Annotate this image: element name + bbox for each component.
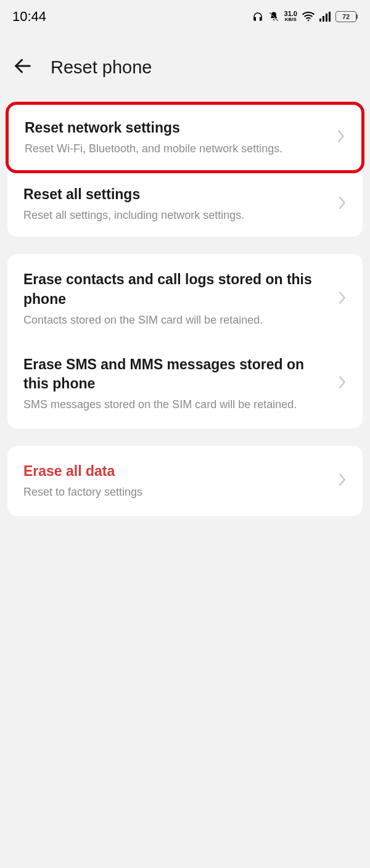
row-erase-sms[interactable]: Erase SMS and MMS messages stored on thi… — [7, 342, 363, 426]
svg-rect-5 — [329, 12, 331, 22]
row-subtitle: Reset to factory settings — [23, 485, 327, 500]
row-reset-all-settings[interactable]: Reset all settings Reset all settings, i… — [7, 171, 363, 237]
chevron-right-icon — [337, 129, 345, 145]
row-title: Reset network settings — [25, 118, 326, 137]
row-erase-all-data[interactable]: Erase all data Reset to factory settings — [7, 448, 363, 514]
settings-group-reset: Reset network settings Reset Wi-Fi, Blue… — [7, 102, 363, 237]
back-icon[interactable] — [12, 55, 33, 79]
chevron-right-icon — [338, 196, 347, 212]
headphones-icon — [252, 11, 263, 22]
battery-percentage: 72 — [342, 13, 350, 20]
settings-group-erase: Erase contacts and call logs stored on t… — [7, 254, 363, 428]
settings-group-erase-all: Erase all data Reset to factory settings — [7, 446, 363, 516]
row-title: Erase contacts and call logs stored on t… — [23, 270, 327, 308]
net-speed-indicator: 31.0 KB/S — [284, 10, 297, 23]
row-title: Erase all data — [23, 462, 327, 481]
row-subtitle: SMS messages stored on the SIM card will… — [23, 397, 327, 412]
battery-icon: 72 — [335, 11, 358, 22]
chevron-right-icon — [338, 473, 347, 489]
row-title: Reset all settings — [23, 185, 327, 204]
mute-icon — [268, 11, 279, 22]
signal-icon — [319, 12, 331, 22]
status-bar: 10:44 31.0 KB/S — [0, 0, 370, 31]
svg-rect-4 — [326, 14, 327, 22]
chevron-right-icon — [338, 375, 347, 391]
row-title: Erase SMS and MMS messages stored on thi… — [23, 355, 327, 393]
status-time: 10:44 — [12, 9, 46, 25]
svg-rect-2 — [319, 18, 321, 22]
chevron-right-icon — [338, 291, 347, 307]
highlight-annotation: Reset network settings Reset Wi-Fi, Blue… — [6, 102, 364, 173]
net-speed-unit: KB/S — [284, 17, 297, 23]
row-erase-contacts[interactable]: Erase contacts and call logs stored on t… — [7, 256, 363, 341]
row-reset-network-settings[interactable]: Reset network settings Reset Wi-Fi, Blue… — [9, 105, 361, 170]
row-subtitle: Contacts stored on the SIM card will be … — [23, 313, 327, 328]
page-title: Reset phone — [51, 57, 152, 78]
svg-rect-3 — [323, 16, 324, 22]
row-subtitle: Reset all settings, including network se… — [23, 208, 327, 223]
status-icons: 31.0 KB/S 72 — [252, 10, 358, 23]
row-subtitle: Reset Wi-Fi, Bluetooth, and mobile netwo… — [25, 141, 326, 157]
header: Reset phone — [0, 31, 370, 104]
net-speed-value: 31.0 — [284, 10, 297, 17]
wifi-icon — [302, 12, 314, 22]
